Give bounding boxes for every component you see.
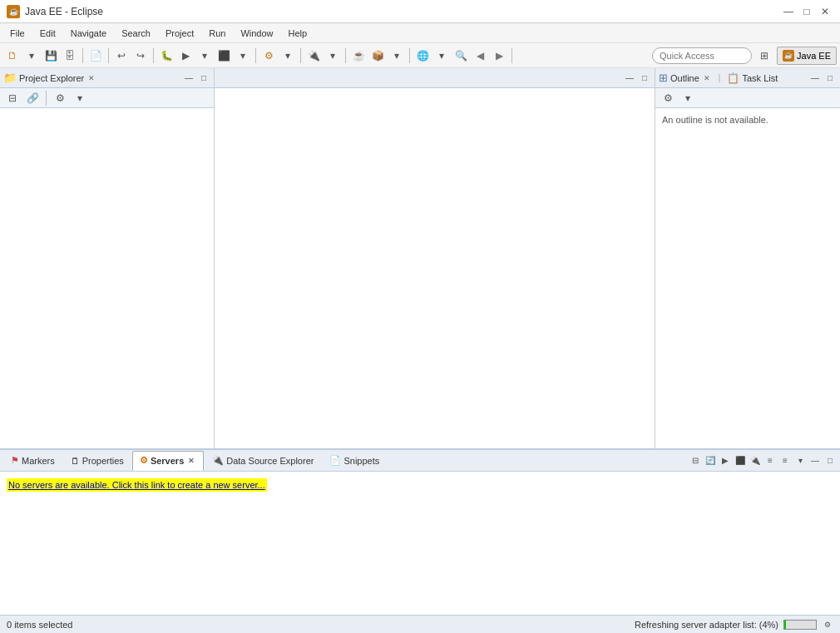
navigate-button[interactable]: 🌐 [413,47,432,65]
search-icon-btn[interactable]: 🔍 [452,47,470,65]
separator-4 [255,48,256,63]
forward-button[interactable]: ↪ [131,47,150,65]
snippets-label: Snippets [343,456,379,466]
tab-data-source[interactable]: 🔌 Data Source Explorer [205,451,321,471]
tab-markers[interactable]: ⚑ Markers [3,451,62,471]
pe-menu-btn[interactable]: ⚙ [51,89,69,107]
menu-edit[interactable]: Edit [33,27,62,40]
menu-window[interactable]: Window [234,27,279,40]
tab-snippets[interactable]: 📄 Snippets [322,451,387,471]
snippets-icon: 📄 [329,455,341,466]
tasklist-label[interactable]: Task List [742,73,778,83]
right-panel: ⊞ Outline ✕ | 📋 Task List — □ ⚙ ▾ [655,68,840,448]
ext-tools-button[interactable]: ⚙ [259,47,278,65]
tab-properties[interactable]: 🗒 Properties [63,451,131,471]
bottom-maximize-btn[interactable]: □ [823,454,837,467]
menu-run[interactable]: Run [202,27,232,40]
editor-content[interactable] [215,88,655,448]
center-panel: — □ [215,68,655,448]
bottom-ctrl-5[interactable]: 🔌 [749,454,762,467]
bottom-minimize-btn[interactable]: — [808,454,822,467]
minimize-panel-btn[interactable]: — [182,72,195,85]
menu-help[interactable]: Help [282,27,314,40]
project-explorer-toolbar: ⊟ 🔗 ⚙ ▾ [0,88,214,108]
menu-project[interactable]: Project [159,27,200,40]
separator-8 [511,48,512,63]
stop-button[interactable]: ⬛ [215,47,233,65]
main-layout: 📁 Project Explorer ✕ — □ ⊟ 🔗 ⚙ ▾ [0,68,840,633]
server-dropdown[interactable]: ▾ [324,47,342,65]
bottom-ctrl-2[interactable]: 🔄 [704,454,717,467]
pe-sep [46,91,47,106]
create-server-link[interactable]: No servers are available. Click this lin… [7,478,267,492]
editor-maximize-btn[interactable]: □ [638,72,651,85]
servers-icon: ⚙ [140,455,148,466]
outline-settings-btn[interactable]: ⚙ [659,89,677,107]
collapse-all-btn[interactable]: ⊟ [3,89,22,107]
server-button[interactable]: 🔌 [304,47,323,65]
tasklist-icon: 📋 [727,72,739,84]
run-dropdown[interactable]: ▾ [195,47,214,65]
separator-1 [82,48,83,63]
pe-dropdown-btn[interactable]: ▾ [71,89,89,107]
outline-minimize-btn[interactable]: — [808,72,822,85]
save-all-button[interactable]: 🗄 [61,47,79,65]
status-refresh-text: Refreshing server adapter list: (4%) [635,620,778,630]
run-button[interactable]: ▶ [176,47,195,65]
new-button[interactable]: 🗋 [3,47,22,65]
maximize-panel-btn[interactable]: □ [197,72,210,85]
servers-label: Servers [151,456,184,466]
debug-button[interactable]: 🐛 [157,47,175,65]
fwd-btn[interactable]: ▶ [490,47,508,65]
bottom-ctrl-7[interactable]: ≡ [778,454,792,467]
bottom-ctrl-3[interactable]: ▶ [719,454,732,467]
link-editor-btn[interactable]: 🔗 [23,89,42,107]
outline-message: An outline is not available. [662,115,768,125]
separator-2 [108,48,109,63]
misc-dropdown[interactable]: ▾ [388,47,406,65]
save-button[interactable]: 💾 [42,47,60,65]
outline-maximize-btn[interactable]: □ [823,72,837,85]
menu-file[interactable]: File [3,27,32,40]
history-button[interactable]: ↩ [112,47,131,65]
close-button[interactable]: ✕ [817,3,833,20]
perspective-icon: ☕ [783,50,794,62]
project-explorer-close[interactable]: ✕ [86,74,96,82]
tab-servers[interactable]: ⚙ Servers ✕ [132,451,204,471]
outline-dropdown-btn[interactable]: ▾ [679,89,697,107]
toolbar-dropdown-new[interactable]: ▾ [22,47,41,65]
servers-close[interactable]: ✕ [186,457,196,465]
datasource-label: Data Source Explorer [226,456,314,466]
maximize-button[interactable]: □ [798,3,815,20]
status-bar: 0 items selected Refreshing server adapt… [0,615,840,633]
print-button[interactable]: 📄 [86,47,105,65]
bottom-ctrl-1[interactable]: ⊟ [689,454,702,467]
status-settings-btn[interactable]: ⚙ [822,619,833,631]
bottom-ctrl-4[interactable]: ⬛ [734,454,747,467]
menu-search[interactable]: Search [115,27,157,40]
bottom-ctrl-8[interactable]: ▾ [793,454,807,467]
minimize-button[interactable]: — [780,3,797,20]
menu-navigate[interactable]: Navigate [64,27,113,40]
title-bar: ☕ Java EE - Eclipse — □ ✕ [0,0,840,23]
bottom-ctrl-6[interactable]: ≡ [763,454,777,467]
misc2-button[interactable]: 📦 [368,47,387,65]
outline-label[interactable]: Outline [670,73,699,83]
quick-access-input[interactable] [652,47,752,64]
app-icon: ☕ [7,5,20,18]
editor-header: — □ [215,68,655,88]
editor-minimize-btn[interactable]: — [623,72,636,85]
outline-title: ⊞ Outline ✕ [659,72,712,84]
misc-button[interactable]: ☕ [349,47,368,65]
java-ee-perspective-button[interactable]: ☕ Java EE [777,47,837,65]
outline-close[interactable]: ✕ [702,74,712,82]
project-explorer-controls: — □ [182,72,210,85]
perspective-label: Java EE [797,51,831,61]
stop-dropdown[interactable]: ▾ [234,47,252,65]
nav-dropdown[interactable]: ▾ [432,47,451,65]
outline-content: An outline is not available. [655,108,840,448]
ext-dropdown[interactable]: ▾ [279,47,297,65]
back-btn[interactable]: ◀ [471,47,489,65]
perspective-open-button[interactable]: ⊞ [755,47,773,65]
tasklist-title[interactable]: 📋 Task List [727,72,778,84]
